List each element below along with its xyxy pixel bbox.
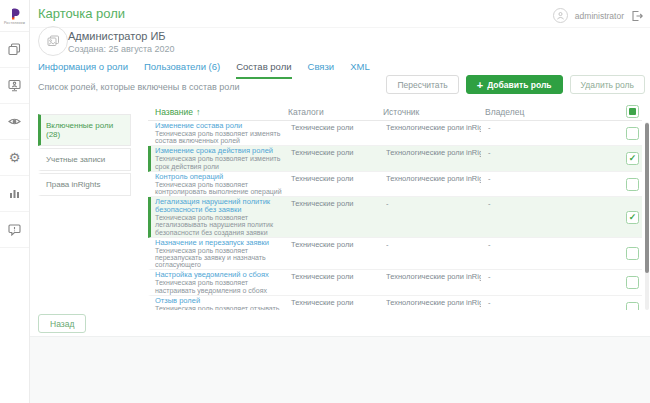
cell-source: Технологические роли inRig... [386,147,481,169]
role-description: Техническая роль позволяет отзывать роли [155,305,283,310]
plus-icon: + [477,80,483,90]
cell-catalogs: Технические роли [291,198,386,236]
role-link[interactable]: Контроль операций [155,173,283,181]
table-scrollbar-track[interactable] [645,122,649,310]
role-description: Техническая роль позволяет изменять сост… [155,130,283,144]
role-description: Техническая роль позволяет легализовыват… [155,214,283,236]
table-row[interactable]: Назначение и перезапуск заявки Техническ… [148,238,642,271]
table-body: Изменение состава роли Техническая роль … [148,121,642,310]
tab[interactable]: Информация о роли [38,61,128,79]
table-row[interactable]: Легализация нарушений политик безопаснос… [148,197,642,238]
role-created-date: Создана: 25 августа 2020 [68,44,175,54]
side-tab[interactable]: Включенные роли (28) [38,114,131,146]
role-link[interactable]: Настройка уведомлений о сбоях [155,271,283,279]
role-link[interactable]: Назначение и перезапуск заявки [155,239,283,247]
tab-description: Список ролей, которые включены в состав … [38,82,239,92]
cell-source: Технологические роли inRig... [386,297,481,310]
bar-chart-icon [8,187,21,200]
table-header: Название↑ Каталоги Источник Владелец [148,103,642,121]
delete-role-button[interactable]: Удалить роль [570,75,645,94]
app-root: Ростелеком ⚙ [0,0,650,403]
row-checkbox[interactable] [626,276,639,289]
row-checkbox[interactable] [626,178,639,191]
page-bottom-strip [30,336,650,403]
role-description: Техническая роль позволяет настраивать у… [155,279,283,293]
feedback-icon [8,223,21,236]
username: administrator [575,11,624,21]
table-row[interactable]: Настройка уведомлений о сбоях Техническа… [148,270,642,295]
cell-source: - [386,239,481,269]
column-source[interactable]: Источник [383,107,478,117]
roles-table: Название↑ Каталоги Источник Владелец Изм… [148,103,642,310]
role-link[interactable]: Изменение срока действия ролей [155,147,283,155]
cell-owner: - [481,198,581,236]
tab[interactable]: Связи [308,61,335,79]
role-link[interactable]: Легализация нарушений политик безопаснос… [155,198,283,214]
cell-owner: - [481,147,581,169]
sidebar: Ростелеком ⚙ [0,0,30,403]
sidebar-item-windows[interactable] [0,32,29,68]
role-link[interactable]: Изменение состава роли [155,122,283,130]
role-description: Техническая роль позволяет изменить срок… [155,155,283,169]
cell-owner: - [481,122,581,144]
side-tab[interactable]: Учетные записи [38,148,131,171]
tab[interactable]: XML [350,61,370,79]
tabs: Информация о ролиПользователи (6)Состав … [38,61,370,79]
table-row[interactable]: Отзыв ролей Техническая роль позволяет о… [148,296,642,310]
cell-catalogs: Технические роли [291,297,386,310]
add-role-button[interactable]: + Добавить роль [466,75,563,94]
row-checkbox[interactable] [626,302,639,310]
table-row[interactable]: Контроль операций Техническая роль позво… [148,172,642,197]
sidebar-item-monitor[interactable] [0,68,29,104]
sidebar-item-feedback[interactable] [0,212,29,248]
column-name[interactable]: Название↑ [148,107,288,117]
tab[interactable]: Состав роли [236,61,291,79]
row-checkbox[interactable]: ✓ [626,211,639,224]
logout-icon[interactable] [631,10,643,22]
cell-owner: - [481,271,581,293]
row-checkbox[interactable] [626,247,639,260]
table-scrollbar-thumb[interactable] [645,123,649,273]
user-avatar-icon [553,8,568,23]
cell-source: Технологические роли inRig... [386,271,481,293]
column-catalogs[interactable]: Каталоги [288,107,383,117]
logo[interactable]: Ростелеком [0,0,29,32]
cell-source: Технологические роли inRig... [386,173,481,195]
side-tab[interactable]: Права inRights [38,173,131,196]
cell-source: Технологические роли inRig... [386,122,481,144]
cell-owner: - [481,239,581,269]
cell-catalogs: Технические роли [291,147,386,169]
cell-catalogs: Технические роли [291,271,386,293]
recalculate-button[interactable]: Пересчитать [386,75,458,94]
windows-icon [8,43,21,56]
cell-catalogs: Технические роли [291,122,386,144]
role-link[interactable]: Отзыв ролей [155,297,283,305]
side-panel-tabs: Включенные роли (28)Учетные записиПрава … [38,114,131,198]
select-all-checkbox[interactable] [626,105,639,118]
sidebar-item-settings[interactable]: ⚙ [0,140,29,176]
sort-asc-icon: ↑ [196,107,201,117]
sidebar-item-reports[interactable] [0,176,29,212]
cell-owner: - [481,173,581,195]
logo-text: Ростелеком [4,21,25,25]
column-owner[interactable]: Владелец [478,107,578,117]
toolbar: Пересчитать + Добавить роль Удалить роль [386,75,645,94]
tab[interactable]: Пользователи (6) [144,61,220,79]
sidebar-item-eye[interactable] [0,104,29,140]
gear-icon: ⚙ [9,151,21,164]
cell-catalogs: Технические роли [291,239,386,269]
role-avatar [38,26,68,56]
role-description: Техническая роль позволяет контролироват… [155,181,283,195]
page-title: Карточка роли [38,6,125,21]
role-description: Техническая роль позволяет перезапускать… [155,247,283,269]
cell-source: - [386,198,481,236]
topbar-user-area: administrator [553,8,643,23]
row-checkbox[interactable] [626,127,639,140]
add-role-label: Добавить роль [487,80,551,90]
row-checkbox[interactable]: ✓ [626,152,639,165]
eye-icon [8,115,21,128]
cell-catalogs: Технические роли [291,173,386,195]
back-button[interactable]: Назад [38,314,86,333]
table-row[interactable]: Изменение состава роли Техническая роль … [148,121,642,146]
table-row[interactable]: Изменение срока действия ролей Техническ… [148,146,642,171]
